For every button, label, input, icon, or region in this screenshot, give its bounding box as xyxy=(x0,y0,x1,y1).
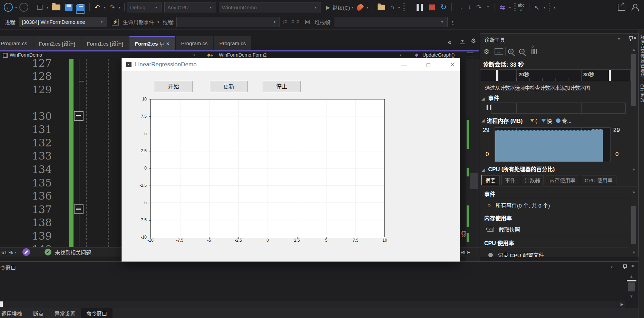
take-snapshot-link[interactable]: 截取快照 xyxy=(487,225,520,233)
start-button[interactable]: 开始 xyxy=(155,81,193,92)
scrollbar-thumb[interactable] xyxy=(628,282,635,291)
breadcrumb-type[interactable]: WinFormDemo.Form2 xyxy=(219,52,266,58)
scroll-down-icon[interactable]: ▼ xyxy=(630,294,633,298)
navigate-back-dropdown-icon[interactable]: ▾ xyxy=(15,6,17,9)
new-project-dropdown-icon[interactable]: ▾ xyxy=(47,6,48,9)
all-events-link[interactable]: » 所有事件(0 个, 共 0 个) xyxy=(488,201,550,209)
eol-indicator[interactable]: RLF xyxy=(460,249,470,255)
scrollbar-thumb[interactable] xyxy=(631,54,636,106)
save-all-icon[interactable] xyxy=(77,4,85,11)
user-account-icon[interactable] xyxy=(631,3,638,11)
tab-form2-designer[interactable]: Form2.cs [设计] xyxy=(33,36,81,50)
tab-exception-settings[interactable]: 异常设置 xyxy=(49,308,81,318)
editor-scrollbar[interactable] xyxy=(466,59,480,262)
tab-scroll-left-icon[interactable]: « xyxy=(448,39,451,46)
zoom-dropdown-icon[interactable]: ▾ xyxy=(14,250,16,254)
tab-program-cs-2[interactable]: Program.cs xyxy=(176,36,213,50)
memory-section-header[interactable]: ◢ 进程内存 (MB) ( 快 专... xyxy=(481,116,572,125)
stackframe-dropdown[interactable]: ▾ xyxy=(334,17,448,27)
step-over-icon[interactable]: ↷ xyxy=(476,3,482,11)
linear-regression-demo-window[interactable]: LinearRegressionDemo — ▢ × 开始 更新 停止 -10-… xyxy=(121,58,460,262)
undo-icon[interactable]: ↶ xyxy=(95,3,100,11)
stop-button[interactable]: 停止 xyxy=(263,81,301,92)
close-tab-icon[interactable]: × xyxy=(166,41,169,47)
tab-program-cs-1[interactable]: Program.cs xyxy=(0,36,33,50)
panel-dropdown-icon[interactable]: ▾ xyxy=(611,265,613,269)
lifecycle-dropdown-icon[interactable]: ▾ xyxy=(157,20,159,24)
tab-summary[interactable]: 摘要 xyxy=(481,175,499,185)
toolbar-overflow-icon[interactable]: ▾ xyxy=(452,20,453,25)
continue-dropdown-icon[interactable]: ▾ xyxy=(351,6,353,9)
collapse-region-icon[interactable] xyxy=(74,111,84,121)
threads-dropdown-icon[interactable]: ▾ xyxy=(509,6,511,9)
scrollbar-thumb[interactable] xyxy=(631,206,636,244)
document-health-icon[interactable] xyxy=(22,248,30,256)
toolbar-drag-handle[interactable] xyxy=(403,3,405,11)
close-button[interactable]: × xyxy=(445,58,460,71)
tab-form1-designer[interactable]: Form1.cs [设计] xyxy=(81,36,129,50)
horizontal-scrollbar[interactable]: ▶ xyxy=(0,301,625,308)
save-icon[interactable] xyxy=(65,4,72,11)
breadcrumb-project-dropdown-icon[interactable]: ▾ xyxy=(193,53,195,57)
collapse-arrow-icon[interactable]: ◢ xyxy=(481,96,485,101)
export-icon[interactable]: → xyxy=(495,48,503,55)
thread-dropdown[interactable]: ▾ xyxy=(176,17,280,27)
step-out-icon[interactable]: ↑ xyxy=(487,3,490,11)
lifecycle-events-icon[interactable]: ⚡ xyxy=(112,19,119,26)
select-counters-icon[interactable] xyxy=(531,49,538,54)
collapse-region-icon[interactable] xyxy=(74,204,84,214)
panel-close-icon[interactable]: × xyxy=(631,263,634,270)
continue-play-icon[interactable]: ▶ xyxy=(326,4,330,11)
scroll-up-icon[interactable]: ▲ xyxy=(630,274,633,278)
panel-dropdown-icon[interactable]: ▾ xyxy=(618,37,620,41)
tab-cpu-usage[interactable]: CPU 使用率 xyxy=(581,175,616,185)
application-window-dropdown-icon[interactable]: ▾ xyxy=(398,6,400,9)
command-window-scrollbar[interactable]: ▲ ▼ xyxy=(627,273,637,300)
pin-tab-icon[interactable] xyxy=(160,41,163,47)
navigate-back-icon[interactable]: ← xyxy=(4,3,13,12)
events-section-header[interactable]: ◢ 事件 xyxy=(481,94,499,102)
breadcrumb-member[interactable]: UpdateGraph() xyxy=(422,52,455,58)
maximize-button[interactable]: ▢ xyxy=(420,58,436,71)
tab-command-window[interactable]: 命令窗口 xyxy=(81,308,113,318)
show-next-statement-icon[interactable]: → xyxy=(457,3,463,11)
solution-config-dropdown[interactable]: Debug▾ xyxy=(127,2,162,12)
scrollbar-thumb[interactable] xyxy=(470,173,478,189)
tab-settings-gear-icon[interactable]: ⚙ xyxy=(471,37,476,45)
open-file-icon[interactable] xyxy=(52,4,60,10)
tab-form2-cs-active[interactable]: Form2.cs × xyxy=(129,36,175,50)
collapse-arrow-icon[interactable]: ◢ xyxy=(481,167,485,172)
scroll-down-icon[interactable]: ▼ xyxy=(632,250,636,254)
platform-dropdown[interactable]: Any CPU▾ xyxy=(164,2,216,12)
show-flagged-only-icon[interactable]: ⋈ xyxy=(304,19,310,25)
undo-dropdown-icon[interactable]: ▾ xyxy=(104,6,106,9)
scroll-right-icon[interactable]: ▶ xyxy=(621,302,623,307)
navigate-forward-icon[interactable]: → xyxy=(19,3,28,12)
tab-list-dropdown-icon[interactable]: ▼ xyxy=(460,39,465,44)
scroll-up-icon[interactable]: ▲ xyxy=(632,47,636,51)
restart-icon[interactable]: ↻ xyxy=(440,3,447,12)
zoom-out-icon[interactable]: − xyxy=(519,49,525,54)
selection-dropdown-icon[interactable]: ▾ xyxy=(544,6,545,9)
toolbar-drag-handle[interactable] xyxy=(549,3,550,11)
hot-reload-icon[interactable] xyxy=(355,3,364,12)
stop-debugging-icon[interactable] xyxy=(429,4,435,10)
collapse-arrow-icon[interactable]: ◢ xyxy=(481,118,485,123)
breadcrumb-project[interactable]: WinFormDemo xyxy=(10,52,42,58)
tab-program-cs-3[interactable]: Program.cs xyxy=(214,36,251,50)
record-cpu-profile-link[interactable]: 记录 CPU 配置文件 xyxy=(488,251,544,257)
tab-counters[interactable]: 计数器 xyxy=(521,175,544,185)
cpu-section-header[interactable]: ◢ CPU (所有处理器的百分比) xyxy=(481,165,555,173)
breadcrumb-type-dropdown-icon[interactable]: ▾ xyxy=(400,53,401,57)
tab-memory-usage[interactable]: 内存使用率 xyxy=(546,175,579,185)
update-button[interactable]: 更新 xyxy=(210,81,248,92)
flag-all-threads-icon[interactable]: ⚐⚐ xyxy=(290,19,300,25)
flag-thread-icon[interactable]: ⚐ xyxy=(282,19,287,25)
settings-gear-icon[interactable]: ⚙ xyxy=(484,48,489,56)
threads-icon[interactable]: ⇆ xyxy=(500,3,505,11)
send-feedback-icon[interactable] xyxy=(618,4,625,11)
toolbar-drag-handle[interactable] xyxy=(514,3,516,11)
overflow-dropdown-icon[interactable]: ▾ xyxy=(554,6,555,9)
tab-solution-explorer[interactable]: 解决方案资源管理器 xyxy=(639,35,644,78)
startup-project-dropdown[interactable]: WinFormDemo▾ xyxy=(219,2,321,12)
